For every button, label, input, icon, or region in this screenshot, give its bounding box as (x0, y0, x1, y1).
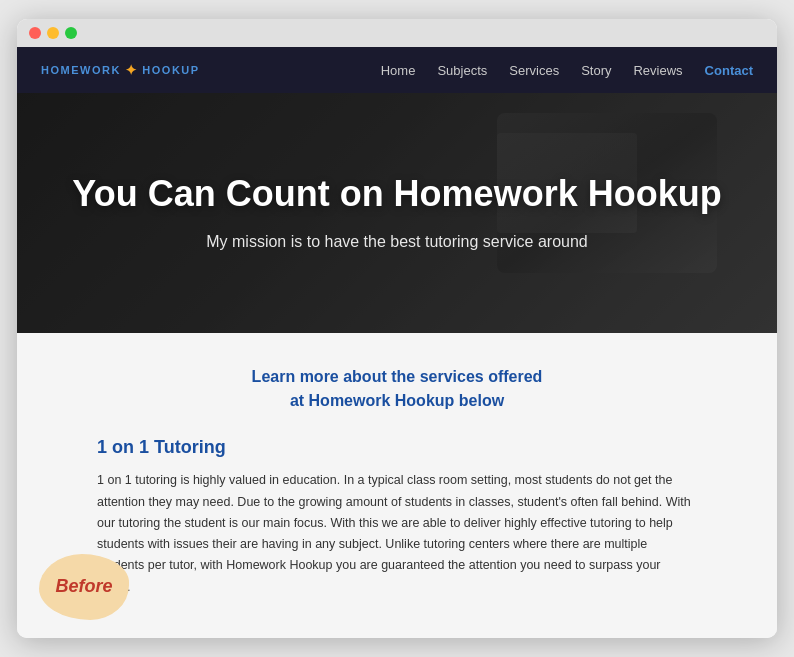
nav-links: Home Subjects Services Story Reviews Con… (381, 61, 753, 79)
main-content: Learn more about the services offered at… (17, 333, 777, 638)
brand: HOMEWORK ✦ HOOKUP (41, 62, 200, 78)
before-badge: Before (39, 554, 129, 620)
nav-link-home[interactable]: Home (381, 63, 416, 78)
screen-wrapper: HOMEWORK ✦ HOOKUP Home Subjects Services… (17, 19, 777, 638)
service-block: 1 on 1 Tutoring 1 on 1 tutoring is highl… (97, 437, 697, 598)
hero-section: You Can Count on Homework Hookup My miss… (17, 93, 777, 333)
navbar: HOMEWORK ✦ HOOKUP Home Subjects Services… (17, 47, 777, 93)
nav-item-subjects[interactable]: Subjects (437, 61, 487, 79)
nav-item-contact[interactable]: Contact (705, 61, 753, 79)
hero-subtitle: My mission is to have the best tutoring … (72, 230, 721, 254)
nav-link-contact[interactable]: Contact (705, 63, 753, 78)
nav-link-services[interactable]: Services (509, 63, 559, 78)
before-badge-label: Before (55, 576, 112, 597)
dot-red[interactable] (29, 27, 41, 39)
section-intro: Learn more about the services offered at… (97, 365, 697, 413)
nav-item-home[interactable]: Home (381, 61, 416, 79)
section-intro-text: Learn more about the services offered at… (97, 365, 697, 413)
nav-item-story[interactable]: Story (581, 61, 611, 79)
hero-title: You Can Count on Homework Hookup (72, 173, 721, 214)
dot-green[interactable] (65, 27, 77, 39)
service-description: 1 on 1 tutoring is highly valued in educ… (97, 470, 697, 598)
nav-item-reviews[interactable]: Reviews (633, 61, 682, 79)
nav-link-subjects[interactable]: Subjects (437, 63, 487, 78)
service-title: 1 on 1 Tutoring (97, 437, 697, 458)
dot-yellow[interactable] (47, 27, 59, 39)
nav-item-services[interactable]: Services (509, 61, 559, 79)
brand-text2: HOOKUP (142, 64, 199, 76)
title-bar (17, 19, 777, 47)
nav-link-reviews[interactable]: Reviews (633, 63, 682, 78)
brand-text1: HOMEWORK (41, 64, 121, 76)
nav-link-story[interactable]: Story (581, 63, 611, 78)
hero-content: You Can Count on Homework Hookup My miss… (32, 173, 761, 254)
brand-star: ✦ (125, 62, 139, 78)
